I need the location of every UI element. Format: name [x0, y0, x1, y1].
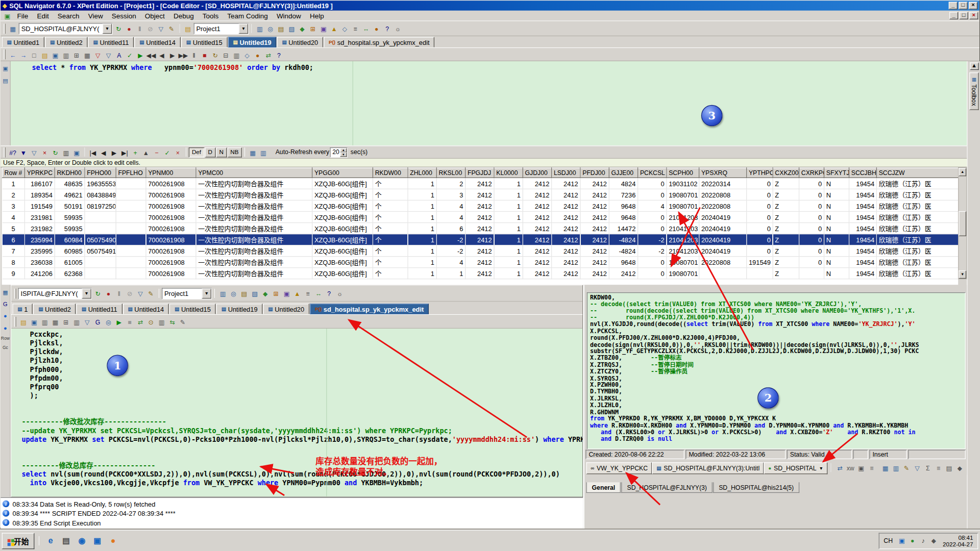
- insert-record-icon[interactable]: +: [130, 148, 141, 158]
- cell[interactable]: 欣瑞德（江苏）医: [876, 245, 958, 257]
- project-icon[interactable]: ▤: [183, 24, 193, 34]
- cell[interactable]: 1: [494, 178, 523, 189]
- compile-icon[interactable]: ⊙: [145, 317, 156, 328]
- table-row[interactable]: 5231982599357000261908一次性腔内切割吻合器及组件XZQJB…: [2, 223, 958, 234]
- cell[interactable]: 0: [747, 223, 773, 234]
- list-icon[interactable]: ▦: [82, 50, 92, 60]
- cell[interactable]: 0: [799, 223, 824, 234]
- commit-icon[interactable]: ●: [124, 24, 134, 34]
- filter-data-icon[interactable]: ▽: [29, 148, 39, 158]
- cell[interactable]: [85, 211, 116, 222]
- analyze-icon[interactable]: ▲: [329, 24, 339, 34]
- cell[interactable]: 4: [638, 200, 667, 211]
- stop-icon[interactable]: ■: [199, 50, 210, 60]
- column-header-ypthpc[interactable]: YPTHPC: [747, 168, 773, 178]
- cell[interactable]: 一次性腔内切割吻合器及组件: [196, 211, 312, 222]
- grid-view-icon[interactable]: ▦: [248, 148, 258, 158]
- tab-untitled2[interactable]: ▤Untitled2: [33, 304, 76, 314]
- cell[interactable]: 0: [747, 200, 773, 211]
- close-grid-icon[interactable]: ×: [39, 148, 50, 158]
- cell[interactable]: 1: [436, 268, 465, 279]
- column-header-cxrkpc[interactable]: CXRKPC: [799, 168, 824, 178]
- cell[interactable]: 19454: [849, 257, 876, 268]
- column-header-rkdw00[interactable]: RKDW00: [373, 168, 408, 178]
- table-row[interactable]: 723599560985050754917000261908一次性腔内切割吻合器…: [2, 245, 958, 257]
- cell[interactable]: Z: [773, 200, 799, 211]
- cell[interactable]: -4824: [609, 234, 638, 245]
- cell[interactable]: 19031102: [667, 178, 699, 189]
- goto-icon[interactable]: G: [92, 317, 103, 328]
- code-editor-icon[interactable]: ▧: [250, 289, 260, 299]
- edit-icon[interactable]: ✎: [901, 463, 912, 473]
- cell[interactable]: Z: [773, 178, 799, 189]
- cell[interactable]: [116, 178, 146, 189]
- column-header-gjje00[interactable]: GJJE00: [609, 168, 638, 178]
- dock-info1-icon[interactable]: ●: [1, 312, 9, 320]
- er-diagram-icon[interactable]: ⊞: [307, 24, 318, 34]
- column-header-ypgg00[interactable]: YPGG00: [312, 168, 373, 178]
- first-icon[interactable]: ◀◀: [145, 50, 156, 60]
- swap-icon[interactable]: ⇄: [135, 317, 145, 328]
- refresh-grid-icon[interactable]: ↻: [50, 148, 61, 158]
- cell[interactable]: 48635: [55, 178, 85, 189]
- cell[interactable]: 19454: [849, 234, 876, 245]
- cell[interactable]: 2412: [552, 245, 580, 257]
- cell[interactable]: [116, 234, 146, 245]
- scroll-down-icon[interactable]: ▼: [959, 270, 966, 279]
- mode-d-button[interactable]: D: [205, 147, 215, 157]
- bl-code-editor[interactable]: Pcxckpc, Pjlcksl, Pjlckdw, Pjlzh10, Pfph…: [11, 329, 582, 496]
- refresh-session-icon[interactable]: ↻: [92, 289, 103, 299]
- cell[interactable]: 2412: [465, 223, 494, 234]
- open-icon[interactable]: ▤: [18, 317, 29, 328]
- chevron-down-icon[interactable]: ▼: [202, 288, 211, 298]
- cell[interactable]: 20240419: [699, 234, 747, 245]
- cell[interactable]: 59935: [55, 211, 85, 222]
- lock-icon[interactable]: ◆: [954, 463, 965, 473]
- mdi-restore-button[interactable]: □: [960, 12, 968, 19]
- cell[interactable]: -2: [638, 245, 667, 257]
- tab-general[interactable]: General: [586, 482, 621, 493]
- cell[interactable]: 一次性腔内切割吻合器及组件: [196, 189, 312, 200]
- cell[interactable]: 7000261908: [146, 223, 196, 234]
- preferences-icon[interactable]: ☼: [393, 24, 403, 34]
- cell[interactable]: [116, 245, 146, 257]
- cell[interactable]: 60984: [55, 234, 85, 245]
- cell[interactable]: 2412: [580, 200, 609, 211]
- cell[interactable]: 19080701: [667, 257, 699, 268]
- window-icon[interactable]: ⊟: [220, 50, 231, 60]
- grid-scrollbar[interactable]: ▲ ▼: [958, 167, 967, 279]
- table-row[interactable]: 218935449621084388497000261908一次性腔内切割吻合器…: [2, 189, 958, 200]
- cell[interactable]: 0: [638, 189, 667, 200]
- cell[interactable]: Z: [773, 257, 799, 268]
- pause-icon[interactable]: ‖: [134, 24, 145, 34]
- cell[interactable]: N: [824, 245, 849, 257]
- menu-session[interactable]: Session: [107, 11, 140, 20]
- cell[interactable]: 59935: [55, 223, 85, 234]
- menu-icon[interactable]: ≡: [866, 463, 877, 473]
- refresh-session-icon[interactable]: ↻: [113, 24, 124, 34]
- cell[interactable]: 20220314: [699, 178, 747, 189]
- cell[interactable]: 7000261908: [146, 211, 196, 222]
- cell[interactable]: 2412: [580, 211, 609, 222]
- xw-icon[interactable]: xw: [845, 463, 856, 473]
- tab-untitled20[interactable]: ▤Untitled20: [263, 304, 309, 314]
- table-row[interactable]: 4231981599357000261908一次性腔内切割吻合器及组件XZQJB…: [2, 211, 958, 222]
- new-icon[interactable]: □: [29, 50, 39, 60]
- cell[interactable]: Z: [773, 245, 799, 257]
- cell[interactable]: XZQJB-60G[组件]: [312, 189, 373, 200]
- cell[interactable]: 62368: [55, 268, 85, 279]
- menu-edit[interactable]: Edit: [33, 11, 53, 20]
- edit-filter-icon[interactable]: ✎: [145, 289, 156, 299]
- db-navigator-icon[interactable]: ▥: [254, 24, 265, 34]
- auto-refresh-spinner[interactable]: 20 ▲▼: [330, 147, 347, 157]
- filter-red-icon[interactable]: ▽: [92, 50, 103, 60]
- cell[interactable]: 2412: [465, 268, 494, 279]
- column-header-gjdj00[interactable]: GJDJ00: [523, 168, 551, 178]
- network-icon[interactable]: ▣: [896, 536, 907, 546]
- cell[interactable]: 1: [494, 268, 523, 279]
- menu-team-coding[interactable]: Team Coding: [223, 11, 273, 20]
- cell[interactable]: 1: [408, 234, 436, 245]
- cell[interactable]: 0: [747, 189, 773, 200]
- tab-sd-hospital-sp-yk-ypckmx-edit[interactable]: P()sd_hospital.sp_yk_ypckmx_edit: [310, 304, 429, 314]
- tab-sd-hospital-fjlnyy-3[interactable]: SD_HOSPITAL@FJLNYY(3): [621, 482, 713, 493]
